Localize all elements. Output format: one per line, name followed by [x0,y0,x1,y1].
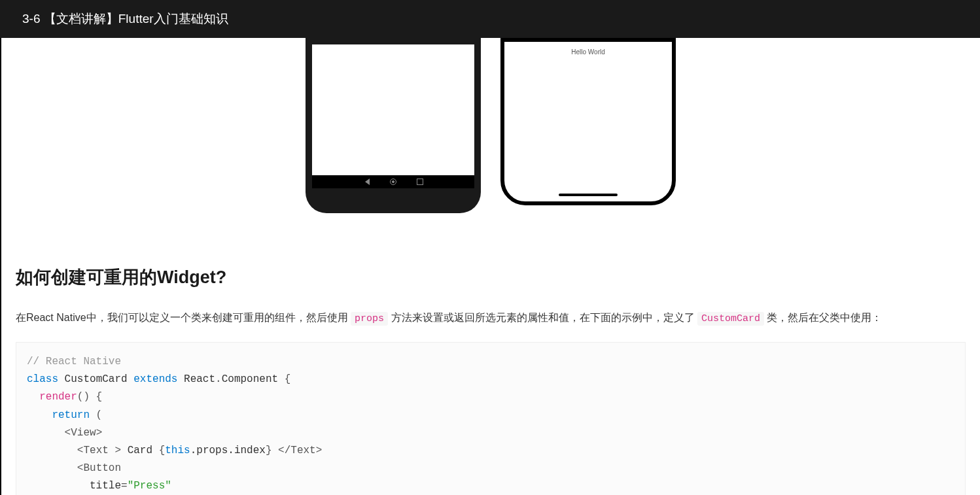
phone-ios: Hello World [500,38,676,213]
code-punc: > [96,427,103,439]
inline-code-customcard: CustomCard [697,312,764,326]
code-text: CustomCard [58,373,133,385]
phone-android-screen [312,44,474,188]
paragraph-text: 在React Native中，我们可以定义一个类来创建可重用的组件，然后使用 [16,312,351,323]
code-punc: < [77,462,84,474]
code-punc: } [266,445,272,456]
code-tag: Text [83,445,114,456]
code-indent [27,409,52,421]
code-text: React [177,373,215,385]
code-punc: . [215,373,222,385]
code-method: render [39,391,77,403]
code-keyword: this [165,445,190,456]
code-indent [27,480,90,492]
home-indicator-icon [559,194,618,196]
phone-ios-body: Hello World [500,38,676,205]
code-punc: () { [77,391,102,403]
phone-android [306,38,481,213]
code-punc: { [159,445,166,456]
code-punc: > [114,445,121,456]
code-text: Card [121,445,159,456]
back-icon [363,179,370,185]
code-punc: ( [90,409,102,421]
home-icon [390,179,396,185]
code-indent [27,445,77,456]
code-block: // React Native class CustomCard extends… [16,342,966,495]
code-comment: // React Native [27,356,121,367]
code-indent [27,462,77,474]
code-text [272,445,279,456]
code-tag: Text [290,445,315,456]
inline-code-props: props [351,312,388,326]
paragraph-text: 类，然后在父类中使用： [764,312,882,323]
section-heading: 如何创建可重用的Widget? [16,265,966,289]
phone-android-body [306,38,481,213]
code-punc: > [316,445,323,456]
code-punc: { [285,373,291,385]
code-punc: </ [278,445,290,456]
intro-paragraph: 在React Native中，我们可以定义一个类来创建可重用的组件，然后使用 p… [16,307,966,329]
code-punc: < [77,445,84,456]
code-string: "Press" [128,480,171,492]
code-indent [27,391,39,403]
code-keyword: extends [133,373,177,385]
header-title: 3-6 【文档讲解】Flutter入门基础知识 [22,12,228,26]
paragraph-text: 方法来设置或返回所选元素的属性和值，在下面的示例中，定义了 [388,312,697,323]
code-keyword: return [52,409,90,421]
code-tag: View [71,427,96,439]
phone-ios-screen-text: Hello World [504,48,672,56]
code-punc: = [121,480,128,492]
main-content: Hello World 如何创建可重用的Widget? 在React Nativ… [0,38,980,495]
code-punc: < [65,427,71,439]
code-tag: Button [83,462,121,474]
code-attr: title [90,480,121,492]
code-text: .props.index [190,445,266,456]
phone-android-navbar [312,175,474,188]
recent-icon [417,179,423,185]
phone-mockups: Hello World [16,38,966,233]
page-header: 3-6 【文档讲解】Flutter入门基础知识 [0,0,980,38]
code-indent [27,427,65,439]
code-text: Component [222,373,285,385]
code-keyword: class [27,373,58,385]
